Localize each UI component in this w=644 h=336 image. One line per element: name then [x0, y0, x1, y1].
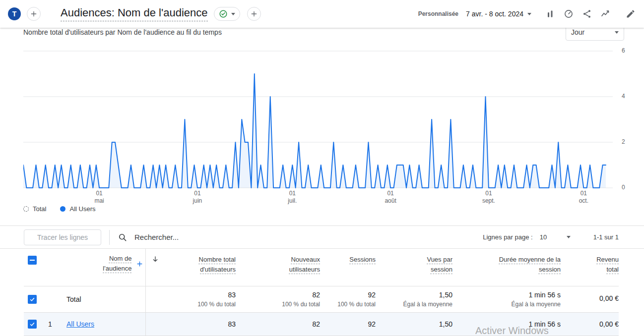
table-total-row: Total 83100 % du total 82100 % du total … [24, 286, 619, 313]
search-input[interactable] [133, 232, 294, 242]
column-header-audience-name[interactable]: Nom de l'audience [58, 249, 145, 286]
header-controls: Personnalisée 7 avr. - 8 oct. 2024 [418, 8, 636, 19]
total-label: Total [58, 286, 145, 313]
checkbox-indeterminate-icon [30, 260, 35, 261]
column-header-avg-session-duration[interactable]: Durée moyenne de la session [452, 249, 561, 286]
row-checkbox[interactable] [28, 320, 37, 329]
custom-badge: Personnalisée [418, 10, 458, 17]
total-cell: 1,50Égal à la moyenne [376, 286, 452, 313]
table-row: 1 All Users 83 82 92 1,50 1 min 56 s 0,0… [24, 313, 619, 336]
gauge-icon[interactable] [563, 8, 574, 19]
search-box [118, 232, 483, 242]
line-chart [23, 47, 613, 191]
comparison-icon[interactable] [545, 8, 556, 19]
check-circle-icon [219, 9, 228, 18]
total-cell: 82100 % du total [236, 286, 320, 313]
toolbar-divider [109, 230, 110, 245]
select-all-checkbox[interactable] [28, 256, 37, 265]
row-cell: 92 [320, 313, 376, 336]
all-users-link[interactable]: All Users [66, 320, 94, 328]
row-cell: 0,00 € [561, 313, 619, 336]
column-header-new-users[interactable]: Nouveaux utilisateurs [236, 249, 320, 286]
avatar[interactable]: T [8, 7, 21, 20]
sort-descending-icon[interactable] [145, 249, 165, 286]
caret-down-icon [527, 13, 531, 15]
title-group: Audiences: Nom de l'audience [61, 6, 261, 21]
search-icon [118, 232, 128, 242]
column-header-label: Nom de l'audience [94, 254, 132, 274]
plus-icon [30, 10, 38, 18]
row-cell: 82 [236, 313, 320, 336]
date-range-label: 7 avr. - 8 oct. 2024 [466, 10, 523, 18]
add-dimension-plus-icon[interactable] [136, 260, 143, 268]
rows-per-page-select[interactable]: 10 [540, 233, 571, 241]
total-row-checkbox[interactable] [28, 295, 37, 304]
caret-down-icon [615, 31, 619, 34]
edit-icon[interactable] [625, 8, 636, 19]
audience-status-dropdown[interactable] [214, 7, 240, 21]
app-header: T Audiences: Nom de l'audience Personnal… [0, 0, 644, 28]
legend-label: All Users [69, 205, 95, 213]
date-range-picker[interactable]: 7 avr. - 8 oct. 2024 [466, 10, 531, 18]
audience-table: Nom de l'audience Nombre total d'utilisa… [24, 249, 619, 336]
pagination-controls: Lignes par page : 10 1-1 sur 1 [483, 233, 619, 241]
row-index: 1 [43, 313, 58, 336]
column-header-total-revenue[interactable]: Revenu total [561, 249, 619, 286]
rows-per-page-label: Lignes par page : [483, 233, 532, 241]
row-cell: 1 min 56 s [452, 313, 561, 336]
chart-legend: Total All Users [23, 205, 95, 213]
add-audience-button[interactable] [247, 7, 261, 21]
total-cell: 83100 % du total [165, 286, 236, 313]
plot-rows-button[interactable]: Tracer les lignes [24, 229, 101, 245]
insights-icon[interactable] [600, 8, 611, 19]
legend-item-all-users: All Users [60, 205, 95, 213]
checkbox-checked-icon [29, 296, 36, 303]
audience-name-cell: All Users [58, 313, 145, 336]
total-cell: 92100 % du total [320, 286, 376, 313]
caret-down-icon [567, 236, 571, 238]
all-users-legend-icon [60, 206, 65, 212]
table-toolbar: Tracer les lignes Lignes par page : 10 1… [0, 225, 644, 249]
row-cell: 83 [165, 313, 236, 336]
page-title[interactable]: Audiences: Nom de l'audience [61, 6, 208, 21]
checkbox-checked-icon [29, 321, 36, 328]
column-header-sessions[interactable]: Sessions [320, 249, 376, 286]
legend-item-total: Total [23, 205, 46, 213]
chart-card: Nombre total d'utilisateurs par Nom de l… [0, 28, 644, 225]
total-cell: 1 min 56 sÉgal à la moyenne [452, 286, 561, 313]
pagination-range: 1-1 sur 1 [593, 233, 619, 241]
share-icon[interactable] [581, 8, 592, 19]
table-header-row: Nom de l'audience Nombre total d'utilisa… [24, 249, 619, 286]
add-comparison-button[interactable] [27, 7, 41, 21]
table-card: Tracer les lignes Lignes par page : 10 1… [0, 225, 644, 336]
granularity-value: Jour [571, 28, 584, 36]
legend-label: Total [33, 205, 46, 213]
column-header-views-per-session[interactable]: Vues par session [376, 249, 452, 286]
analytics-app: T Audiences: Nom de l'audience Personnal… [0, 0, 644, 336]
plus-icon [250, 10, 258, 18]
chart-title: Nombre total d'utilisateurs par Nom de l… [23, 28, 222, 36]
total-legend-icon [23, 206, 29, 212]
caret-down-icon [231, 13, 235, 15]
total-cell: 0,00 € [561, 286, 619, 313]
column-header-total-users[interactable]: Nombre total d'utilisateurs [165, 249, 236, 286]
rows-per-page-value: 10 [540, 233, 547, 241]
row-cell: 1,50 [376, 313, 452, 336]
